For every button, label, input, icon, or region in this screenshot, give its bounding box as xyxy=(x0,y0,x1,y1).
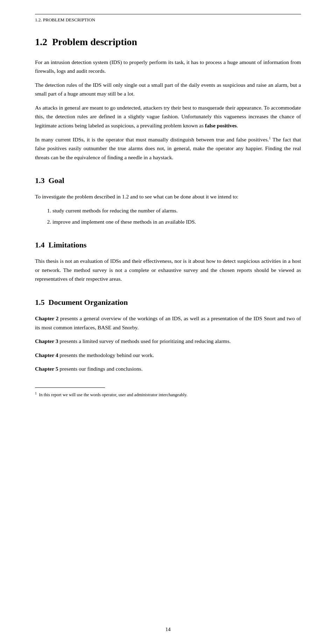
section-1-5-heading: 1.5 Document Organization xyxy=(35,296,301,308)
para-1-2-2-text: The detection rules of the IDS will only… xyxy=(35,82,301,97)
chapter-2-text: presents a general overview of the worki… xyxy=(35,315,301,330)
para-1-3-intro-text: To investigate the problem described in … xyxy=(35,194,238,200)
chapter-3-text: presents a limited survey of methods use… xyxy=(58,338,231,344)
chapter-2-label: Chapter 2 xyxy=(35,315,58,321)
chapter-5-text: presents our findings and conclusions. xyxy=(58,366,142,372)
chapter-4-label: Chapter 4 xyxy=(35,352,58,358)
false-positives-term: false positives xyxy=(205,122,237,128)
footnote-1: 1 In this report we will use the words o… xyxy=(35,391,301,398)
chapter-3-label: Chapter 3 xyxy=(35,338,58,344)
section-1-3-number: 1.3 xyxy=(35,176,45,185)
para-1-2-1-text: For an intrusion detection system (IDS) … xyxy=(35,59,301,74)
page-number: 14 xyxy=(0,625,336,634)
para-1-2-1: For an intrusion detection system (IDS) … xyxy=(35,58,301,76)
footnote-marker-text: 1 xyxy=(35,391,37,395)
footnote-ref-1: 1 xyxy=(269,136,271,140)
para-1-3-intro: To investigate the problem described in … xyxy=(35,192,301,201)
page: 1.2. PROBLEM DESCRIPTION 1.2 Problem des… xyxy=(0,0,336,644)
chapter-5-label: Chapter 5 xyxy=(35,366,58,372)
chapter-5-item: Chapter 5 presents our findings and conc… xyxy=(35,364,301,373)
chapter-4-text: presents the methodology behind our work… xyxy=(58,352,154,358)
para-1-4-1-text: This thesis is not an evaluation of IDSs… xyxy=(35,258,301,282)
para-1-2-4: In many current IDSs, it is the operator… xyxy=(35,135,301,162)
section-1-5-title: Document Organization xyxy=(49,298,128,307)
chapter-2-item: Chapter 2 presents a general overview of… xyxy=(35,314,301,332)
para-1-2-3: As attacks in general are meant to go un… xyxy=(35,103,301,130)
chapter-3-item: Chapter 3 presents a limited survey of m… xyxy=(35,337,301,346)
section-1-5-number: 1.5 xyxy=(35,298,45,307)
header-rule xyxy=(35,14,301,14)
section-1-3-heading: 1.3 Goal xyxy=(35,174,301,187)
section-1-4-heading: 1.4 Limitations xyxy=(35,239,301,251)
footnote-text: In this report we will use the words ope… xyxy=(39,392,187,397)
list-item-1: study current methods for reducing the n… xyxy=(52,206,301,215)
section-1-2-title: Problem description xyxy=(52,36,137,47)
section-1-3-title: Goal xyxy=(49,176,64,185)
page-number-text: 14 xyxy=(166,626,171,632)
para-1-4-1: This thesis is not an evaluation of IDSs… xyxy=(35,257,301,284)
footnote-rule xyxy=(35,387,105,388)
section-1-2-heading: 1.2 Problem description xyxy=(35,34,301,50)
footnote-marker-1: 1 xyxy=(35,391,37,395)
section-1-4-title: Limitations xyxy=(49,240,87,249)
section-1-4-number: 1.4 xyxy=(35,240,45,249)
header-label: 1.2. PROBLEM DESCRIPTION xyxy=(35,16,95,24)
section-1-2-number: 1.2 xyxy=(35,36,47,47)
para-1-2-2: The detection rules of the IDS will only… xyxy=(35,80,301,98)
header-text: 1.2. PROBLEM DESCRIPTION xyxy=(35,16,301,24)
goal-list: study current methods for reducing the n… xyxy=(52,206,301,226)
chapter-4-item: Chapter 4 presents the methodology behin… xyxy=(35,351,301,360)
list-item-2-text: improve and implement one of these metho… xyxy=(52,219,196,225)
list-item-2: improve and implement one of these metho… xyxy=(52,217,301,226)
list-item-1-text: study current methods for reducing the n… xyxy=(52,208,178,214)
